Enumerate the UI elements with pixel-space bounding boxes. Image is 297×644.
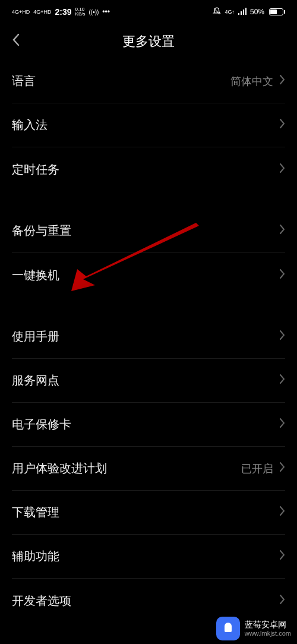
alarm-off-icon	[213, 7, 221, 17]
chevron-right-icon	[279, 224, 285, 238]
page-header: 更多设置	[0, 24, 297, 59]
item-label: 输入法	[12, 117, 48, 133]
watermark-title: 蓝莓安卓网	[245, 620, 291, 630]
settings-item-scheduled-tasks[interactable]: 定时任务	[12, 147, 285, 191]
settings-item-download-manager[interactable]: 下载管理	[12, 491, 285, 535]
watermark-url: www.lmkjst.com	[245, 630, 291, 637]
settings-item-backup-reset[interactable]: 备份与重置	[12, 209, 285, 253]
hotspot-icon: ((•))	[89, 9, 99, 15]
signal-2-icon: 4G+HD	[33, 9, 51, 15]
status-time: 2:39	[55, 7, 72, 17]
item-label: 电子保修卡	[12, 416, 71, 433]
chevron-right-icon	[279, 594, 285, 608]
item-label: 使用手册	[12, 329, 59, 345]
back-button[interactable]	[12, 33, 20, 51]
settings-list: 语言简体中文输入法定时任务备份与重置一键换机使用手册服务网点电子保修卡用户体验改…	[0, 59, 297, 623]
settings-item-language[interactable]: 语言简体中文	[12, 59, 285, 103]
network-speed: 0.10 KB/s	[75, 7, 86, 17]
chevron-right-icon	[279, 462, 285, 475]
settings-item-user-manual[interactable]: 使用手册	[12, 315, 285, 359]
item-value: 简体中文	[230, 74, 273, 89]
item-label: 用户体验改进计划	[12, 460, 107, 476]
settings-item-accessibility[interactable]: 辅助功能	[12, 535, 285, 579]
battery-icon	[268, 8, 285, 15]
more-icon: •••	[102, 8, 110, 16]
svg-rect-2	[243, 10, 244, 15]
watermark: 蓝莓安卓网 www.lmkjst.com	[210, 613, 297, 644]
network-right-icon: 4G↑	[225, 9, 235, 15]
chevron-right-icon	[279, 330, 285, 343]
settings-item-phone-clone[interactable]: 一键换机	[12, 253, 285, 297]
chevron-right-icon	[279, 74, 285, 88]
settings-item-ux-improvement[interactable]: 用户体验改进计划已开启	[12, 447, 285, 491]
settings-item-input-method[interactable]: 输入法	[12, 103, 285, 147]
status-left: 4G+HD 4G+HD 2:39 0.10 KB/s ((•)) •••	[12, 7, 110, 17]
settings-item-service-center[interactable]: 服务网点	[12, 359, 285, 403]
svg-rect-0	[238, 13, 239, 15]
item-label: 一键换机	[12, 267, 59, 283]
item-label: 辅助功能	[12, 548, 59, 564]
chevron-right-icon	[279, 374, 285, 387]
group-separator	[12, 297, 285, 315]
item-label: 语言	[12, 73, 36, 89]
svg-rect-1	[241, 11, 242, 15]
status-right: 4G↑ 50%	[213, 7, 285, 17]
item-label: 定时任务	[12, 162, 59, 178]
item-label: 下载管理	[12, 504, 59, 520]
chevron-right-icon	[279, 506, 285, 519]
chevron-right-icon	[279, 550, 285, 563]
signal-bars-icon	[238, 8, 247, 17]
page-title: 更多设置	[122, 33, 175, 50]
item-value: 已开启	[241, 462, 273, 476]
chevron-right-icon	[279, 269, 285, 282]
status-bar: 4G+HD 4G+HD 2:39 0.10 KB/s ((•)) ••• 4G↑…	[0, 0, 297, 24]
settings-item-warranty-card[interactable]: 电子保修卡	[12, 403, 285, 447]
group-separator	[12, 191, 285, 209]
item-label: 服务网点	[12, 372, 59, 389]
item-label: 开发者选项	[12, 593, 71, 609]
chevron-right-icon	[279, 118, 285, 132]
watermark-logo-icon	[216, 617, 240, 640]
battery-percent: 50%	[250, 8, 264, 16]
item-label: 备份与重置	[12, 223, 71, 239]
svg-rect-3	[245, 8, 247, 15]
chevron-right-icon	[279, 163, 285, 176]
chevron-right-icon	[279, 418, 285, 431]
signal-1-icon: 4G+HD	[12, 9, 30, 15]
